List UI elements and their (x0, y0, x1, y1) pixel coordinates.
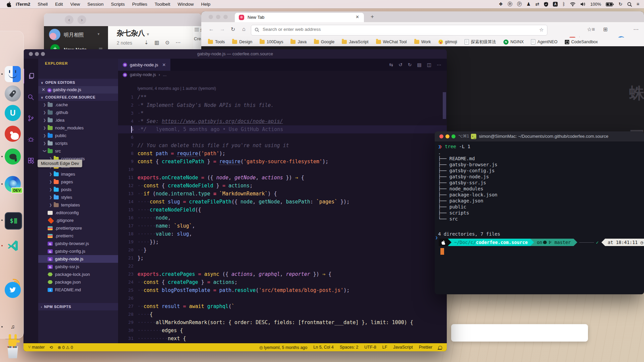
dock-item-utools[interactable]: U (5, 105, 21, 121)
favorites-bar-icon[interactable]: ☆≡ (587, 26, 595, 33)
more-icon[interactable]: ⋯ (175, 40, 180, 46)
file-tree-item[interactable]: ❯scripts (38, 139, 118, 147)
bookmark-emoji[interactable]: gitmoji (438, 40, 457, 44)
volume-icon[interactable] (580, 2, 586, 6)
sort-icon[interactable]: ⇣ (144, 40, 149, 46)
account-name[interactable]: 明月相照 (64, 32, 84, 38)
search-icon[interactable] (23, 90, 38, 105)
compare-changes-icon[interactable]: ⇆ (389, 62, 393, 67)
menu-item-shell[interactable]: Shell (38, 2, 48, 7)
forward-button[interactable]: › (77, 15, 86, 24)
npm-scripts-section[interactable]: ›NPM SCRIPTS (38, 303, 118, 310)
extensions-icon[interactable] (23, 153, 38, 168)
file-tree-item[interactable]: ❯images (38, 170, 118, 178)
close-tab-icon[interactable]: ✕ (356, 14, 359, 19)
explorer-icon[interactable] (23, 69, 39, 83)
file-tree-item[interactable]: ❯.github (38, 109, 118, 116)
input-a-icon[interactable]: A (553, 2, 558, 7)
menu-item-help[interactable]: Help (201, 2, 210, 7)
navigate-back-icon[interactable]: ↺ (398, 62, 402, 67)
file-tree-item[interactable]: ❯public (38, 132, 118, 139)
evernote-icon[interactable]: ⓔ (507, 0, 512, 8)
new-tab-button[interactable]: + (371, 13, 374, 20)
minimize-window-button[interactable] (216, 15, 220, 19)
menu-item-edit[interactable]: Edit (55, 2, 63, 7)
file-tree-item[interactable]: Ggatsby-browser.js (38, 240, 118, 247)
dock-item-twitter[interactable] (5, 282, 21, 298)
collections-icon[interactable]: ⊞ (603, 26, 607, 33)
dock-item-iterm[interactable]: $ (5, 212, 22, 230)
indentation-status[interactable]: Spaces: 2 (340, 345, 359, 350)
file-tree-item[interactable]: .prettierignore (38, 224, 118, 232)
home-button[interactable]: ⌂ (242, 26, 246, 32)
bookmark-folder[interactable]: JavaScript (342, 40, 368, 44)
back-button[interactable]: ‹ (65, 15, 73, 24)
file-tree-item[interactable]: ❯.cache (38, 101, 118, 109)
file-tree-item[interactable]: ❯pages (38, 178, 118, 186)
address-input[interactable] (262, 26, 498, 32)
workspace-section[interactable]: ∨CODERFEE.COM.SOURCE (38, 94, 118, 101)
notebook-title[interactable]: 杂七杂八▾ (117, 28, 149, 38)
cursor-position[interactable]: Ln 5, Col 4 (313, 345, 333, 350)
eol-status[interactable]: LF (382, 345, 387, 350)
new-note-label[interactable]: New Note (64, 47, 87, 49)
file-tree-item[interactable]: Ggatsby-ssr.js (38, 263, 118, 270)
close-window-button[interactable] (209, 15, 213, 19)
bookmark-folder[interactable]: Google (314, 40, 334, 44)
dock-item-qqmusic[interactable]: ♫ (5, 319, 21, 335)
dock-item-bear[interactable] (5, 126, 21, 142)
avatar[interactable] (49, 29, 60, 40)
dock-item-trash[interactable] (5, 344, 21, 360)
bookmark-folder[interactable]: Tools (208, 40, 225, 44)
browser-tab[interactable]: New Tab ✕ (235, 13, 364, 22)
dock-item-edge-dev[interactable]: DEV (5, 176, 21, 192)
bookmark-folder[interactable]: Design (232, 40, 252, 44)
tag-icon[interactable]: ⊙ (165, 40, 170, 46)
navigate-forward-icon[interactable]: ↻ (408, 62, 412, 67)
browser-menu-icon[interactable]: ⋯ (633, 26, 639, 33)
file-tree-item[interactable]: ❯.idea (38, 116, 118, 124)
menu-item-toolbelt[interactable]: Toolbelt (155, 2, 170, 7)
bluetooth-icon[interactable]: ᛒ (562, 0, 565, 8)
menu-item-scripts[interactable]: Scripts (111, 2, 125, 7)
file-tree-item[interactable]: iREADME.md (38, 286, 118, 294)
bookmark-folder[interactable]: Work (414, 40, 431, 44)
bookmark-folder[interactable]: WeChat Tool (376, 40, 407, 44)
refresh-button[interactable]: ↻ (231, 26, 235, 33)
more-actions-icon[interactable]: ⋯ (437, 62, 441, 67)
apple-menu-icon[interactable] (7, 2, 11, 7)
editor-tab[interactable]: G gatsby-node.js ✕ (118, 59, 170, 71)
back-button[interactable]: ← (209, 26, 214, 32)
minimize-window-button[interactable] (445, 134, 449, 138)
wifi-icon[interactable] (570, 2, 576, 6)
new-note-button[interactable]: + (50, 44, 60, 49)
menu-item-profiles[interactable]: Profiles (132, 2, 147, 7)
annotations-icon[interactable]: ▤ (417, 62, 422, 67)
problems-status[interactable]: ⊗ 0 ⚠ 0 (58, 345, 73, 350)
sync-icon[interactable]: ⟲ (49, 345, 53, 350)
file-tree-item[interactable]: .gitignore (38, 217, 118, 224)
list-icon[interactable]: ≡ (637, 0, 639, 8)
shield-icon[interactable] (544, 2, 548, 7)
close-window-button[interactable] (439, 134, 443, 138)
open-editors-section[interactable]: ∨OPEN EDITORS (38, 79, 118, 86)
bookmark-folder[interactable]: 100Days (260, 40, 283, 44)
menu-item-session[interactable]: Session (88, 2, 104, 7)
sync-icon[interactable]: ⇄ (535, 0, 539, 8)
dock-item-launchpad[interactable] (5, 85, 21, 102)
dock-item-vscode[interactable] (5, 238, 21, 254)
open-editor-item[interactable]: ✕G gatsby-node.js (38, 86, 118, 94)
menu-item-window[interactable]: Window (177, 2, 194, 7)
file-tree-item[interactable]: package-lock.json (38, 270, 118, 278)
grid-icon[interactable]: ▦ (99, 47, 103, 49)
file-tree-item[interactable]: package.json (38, 278, 118, 286)
encoding-status[interactable]: UTF-8 (364, 345, 376, 350)
zoom-window-button[interactable] (451, 134, 455, 138)
editor-group[interactable]: G gatsby-node.js ✕ ⇆↺↻▤◫⋯ G gatsby-node.… (118, 59, 447, 343)
file-tree-item[interactable]: ❯src (38, 147, 118, 155)
menu-item-view[interactable]: View (70, 2, 80, 7)
battery-icon[interactable] (606, 2, 614, 6)
address-bar[interactable]: ☆ (251, 25, 547, 36)
file-tree-item[interactable]: Ggatsby-node.js (38, 255, 118, 263)
file-tree-item[interactable]: Ggatsby-config.js (38, 247, 118, 255)
